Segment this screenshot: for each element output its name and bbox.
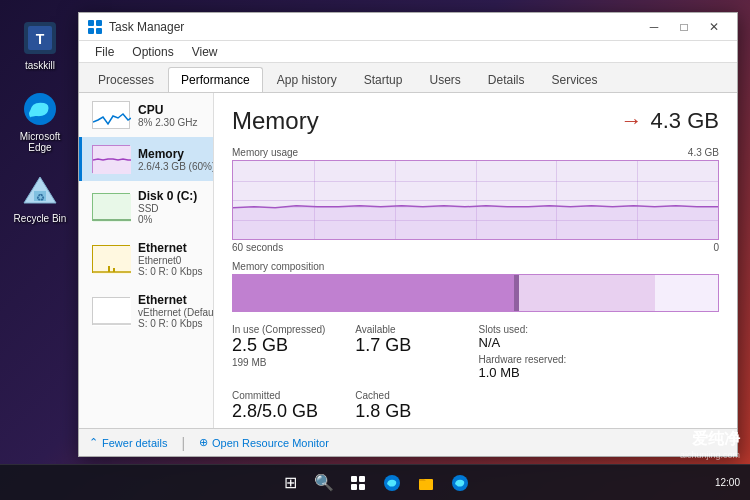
sidebar: CPU 8% 2.30 GHz Memory 2.6/4.3 GB (6 — [79, 93, 214, 428]
stat-hw-value: 1.0 MB — [479, 365, 596, 380]
menu-view[interactable]: View — [184, 43, 226, 61]
close-button[interactable]: ✕ — [699, 13, 729, 41]
taskkill-icon[interactable]: T taskkill — [10, 20, 70, 71]
sidebar-item-cpu[interactable]: CPU 8% 2.30 GHz — [79, 93, 213, 137]
task-view-button[interactable] — [343, 468, 373, 498]
stat-inuse: In use (Compressed) 2.5 GB 199 MB — [232, 324, 349, 380]
svg-rect-22 — [359, 476, 365, 482]
memory-size-area: → 4.3 GB — [621, 108, 719, 134]
open-resource-monitor-button[interactable]: ⊕ Open Resource Monitor — [199, 436, 329, 449]
sidebar-cpu-sub: 8% 2.30 GHz — [138, 117, 203, 128]
stat-inuse-sub: 199 MB — [232, 357, 349, 368]
svg-rect-7 — [88, 20, 94, 26]
start-button[interactable]: ⊞ — [275, 468, 305, 498]
sidebar-eth1-sub2: S: 0 R: 0 Kbps — [138, 266, 203, 277]
memory-usage-section: Memory usage 4.3 GB — [232, 147, 719, 253]
fewer-details-button[interactable]: ⌃ Fewer details — [89, 436, 167, 449]
svg-rect-12 — [93, 194, 131, 222]
search-button[interactable]: 🔍 — [309, 468, 339, 498]
sidebar-item-memory[interactable]: Memory 2.6/4.3 GB (60%) — [79, 137, 213, 181]
taskbar-time: 12:00 — [715, 477, 740, 488]
main-content: CPU 8% 2.30 GHz Memory 2.6/4.3 GB (6 — [79, 93, 737, 428]
disk-mini-chart — [92, 193, 130, 221]
graph-label-right: 4.3 GB — [688, 147, 719, 158]
minimize-button[interactable]: ─ — [639, 13, 669, 41]
stat-inuse-value: 2.5 GB — [232, 335, 349, 356]
svg-rect-10 — [96, 28, 102, 34]
stat-inuse-label: In use (Compressed) — [232, 324, 349, 335]
taskbar-right: 12:00 — [715, 477, 740, 488]
tab-details[interactable]: Details — [475, 67, 538, 92]
edge-icon[interactable]: MicrosoftEdge — [10, 91, 70, 153]
taskkill-label: taskkill — [25, 60, 55, 71]
memory-composition-section: Memory composition — [232, 261, 719, 312]
tab-users[interactable]: Users — [416, 67, 473, 92]
taskbar-center: ⊞ 🔍 — [275, 468, 475, 498]
stat-available-value: 1.7 GB — [355, 335, 472, 356]
tab-performance[interactable]: Performance — [168, 67, 263, 92]
sidebar-disk-title: Disk 0 (C:) — [138, 189, 203, 203]
sidebar-eth1-title: Ethernet — [138, 241, 203, 255]
svg-marker-20 — [233, 206, 718, 239]
sidebar-memory-sub: 2.6/4.3 GB (60%) — [138, 161, 203, 172]
comp-standby-bar — [519, 275, 655, 311]
chevron-up-icon: ⌃ — [89, 436, 98, 449]
edge-taskbar-button[interactable] — [377, 468, 407, 498]
recycle-bin-label: Recycle Bin — [14, 213, 67, 224]
comp-free-bar — [655, 275, 718, 311]
stat-committed-value: 2.8/5.0 GB — [232, 401, 349, 422]
sidebar-disk-sub2: 0% — [138, 214, 203, 225]
maximize-button[interactable]: □ — [669, 13, 699, 41]
edge2-taskbar-button[interactable] — [445, 468, 475, 498]
stat-cached-value: 1.8 GB — [355, 401, 472, 422]
graph-seconds-right: 0 — [713, 242, 719, 253]
bottom-separator: | — [181, 435, 185, 451]
tab-services[interactable]: Services — [539, 67, 611, 92]
sidebar-item-eth1[interactable]: Ethernet Ethernet0 S: 0 R: 0 Kbps — [79, 233, 213, 285]
graph-label-left: Memory usage — [232, 147, 298, 158]
sidebar-cpu-title: CPU — [138, 103, 203, 117]
menu-bar: File Options View — [79, 41, 737, 63]
memory-size-value: 4.3 GB — [651, 108, 719, 134]
stat-slots-value: N/A — [479, 335, 596, 350]
watermark: 爱纯净 aichunjing.com — [680, 429, 740, 460]
svg-rect-14 — [93, 246, 131, 274]
sidebar-item-disk[interactable]: Disk 0 (C:) SSD 0% — [79, 181, 213, 233]
comp-inuse-bar — [233, 275, 514, 311]
stat-slots-label: Slots used: — [479, 324, 596, 335]
stat-hw-label: Hardware reserved: — [479, 354, 596, 365]
sidebar-disk-sub1: SSD — [138, 203, 203, 214]
stat-available-label: Available — [355, 324, 472, 335]
eth1-mini-chart — [92, 245, 130, 273]
resource-monitor-icon: ⊕ — [199, 436, 208, 449]
svg-rect-24 — [359, 484, 365, 490]
tab-processes[interactable]: Processes — [85, 67, 167, 92]
main-panel: Memory → 4.3 GB Memory usage 4.3 GB — [214, 93, 737, 428]
tab-app-history[interactable]: App history — [264, 67, 350, 92]
stat-available: Available 1.7 GB — [355, 324, 472, 380]
stat-cached-label: Cached — [355, 390, 472, 401]
stat-committed-label: Committed — [232, 390, 349, 401]
taskbar: ⊞ 🔍 — [0, 464, 750, 500]
sidebar-item-eth2[interactable]: Ethernet vEthernet (Default ... S: 0 R: … — [79, 285, 213, 337]
desktop: T taskkill MicrosoftEdge ♻ — [0, 0, 750, 500]
bottom-bar: ⌃ Fewer details | ⊕ Open Resource Monito… — [79, 428, 737, 456]
svg-text:♻: ♻ — [36, 192, 45, 203]
eth2-mini-chart — [92, 297, 130, 325]
tab-startup[interactable]: Startup — [351, 67, 416, 92]
task-manager-window: Task Manager ─ □ ✕ File Options View Pro… — [78, 12, 738, 457]
graph-labels: Memory usage 4.3 GB — [232, 147, 719, 158]
graph-time-labels: 60 seconds 0 — [232, 242, 719, 253]
memory-title: Memory — [232, 107, 319, 135]
graph-seconds-label: 60 seconds — [232, 242, 283, 253]
svg-rect-16 — [108, 266, 110, 272]
menu-options[interactable]: Options — [124, 43, 181, 61]
explorer-taskbar-button[interactable] — [411, 468, 441, 498]
composition-bar — [232, 274, 719, 312]
memory-mini-chart — [92, 145, 130, 173]
svg-rect-17 — [113, 268, 115, 272]
edge-label: MicrosoftEdge — [20, 131, 61, 153]
recycle-bin-icon[interactable]: ♻ Recycle Bin — [10, 173, 70, 224]
desktop-icons: T taskkill MicrosoftEdge ♻ — [10, 20, 70, 224]
menu-file[interactable]: File — [87, 43, 122, 61]
